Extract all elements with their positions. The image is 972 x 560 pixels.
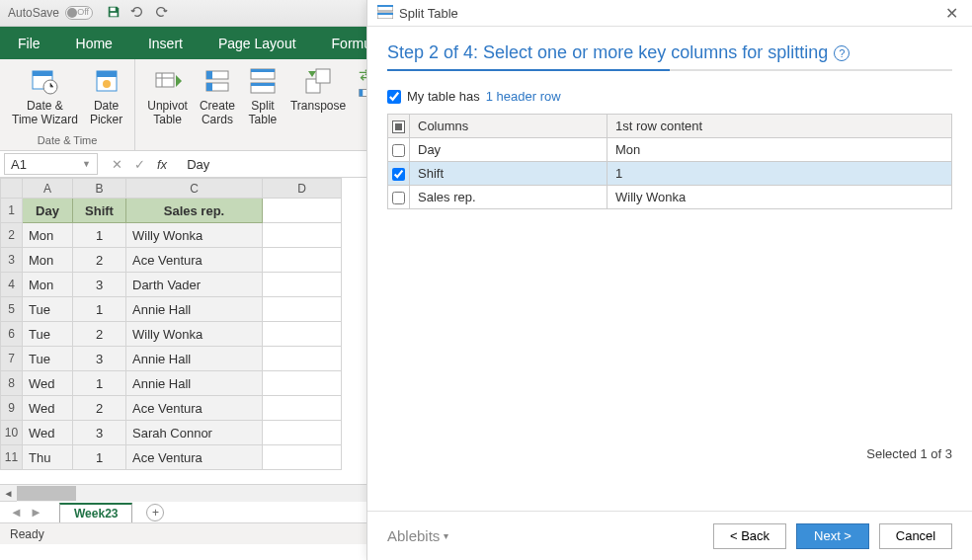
select-all-corner[interactable]	[1, 179, 23, 199]
cell[interactable]: Wed	[23, 396, 73, 421]
cell[interactable]: Darth Vader	[126, 273, 263, 297]
cell[interactable]	[263, 199, 342, 223]
tab-file[interactable]: File	[0, 27, 58, 59]
cell[interactable]: 2	[73, 396, 126, 421]
row-header[interactable]: 4	[1, 273, 23, 297]
select-all-columns[interactable]	[388, 115, 410, 138]
unpivot-table-button[interactable]: Unpivot Table	[141, 63, 194, 129]
cell[interactable]: Willy Wonka	[126, 223, 263, 248]
column-checkbox[interactable]	[392, 168, 405, 181]
row-header[interactable]: 1	[1, 199, 23, 223]
cell[interactable]: Mon	[23, 273, 73, 297]
cell[interactable]: Annie Hall	[126, 371, 263, 396]
help-icon[interactable]: ?	[834, 45, 850, 61]
cell[interactable]: Annie Hall	[126, 297, 263, 322]
back-button[interactable]: < Back	[713, 523, 786, 549]
cell[interactable]: 1	[73, 297, 126, 322]
cell[interactable]: Mon	[23, 223, 73, 248]
cancel-formula-icon[interactable]: ✕	[112, 157, 122, 172]
column-checkbox[interactable]	[392, 192, 405, 204]
cell[interactable]: Tue	[23, 347, 73, 371]
toggle-switch[interactable]: Off	[65, 6, 93, 20]
row-header[interactable]: 11	[1, 445, 23, 470]
cell[interactable]: 3	[73, 421, 126, 445]
header-row-check-input[interactable]	[387, 90, 401, 104]
cell[interactable]	[263, 396, 342, 421]
header-cell[interactable]: Shift	[73, 199, 126, 223]
cell[interactable]: Thu	[23, 445, 73, 470]
cancel-button[interactable]: Cancel	[879, 523, 952, 549]
row-header[interactable]: 7	[1, 347, 23, 371]
transpose-button[interactable]: Transpose	[284, 63, 352, 115]
scroll-left-icon[interactable]: ◄	[0, 485, 17, 502]
col-header[interactable]: D	[263, 179, 342, 199]
next-button[interactable]: Next >	[796, 523, 869, 549]
cell[interactable]	[263, 297, 342, 322]
cell[interactable]: Ace Ventura	[126, 248, 263, 273]
cell[interactable]	[263, 273, 342, 297]
cell[interactable]: 3	[73, 273, 126, 297]
cell[interactable]: 2	[73, 248, 126, 273]
brand-label[interactable]: Ablebits▾	[387, 527, 448, 544]
cell[interactable]: 1	[73, 371, 126, 396]
row-header[interactable]: 8	[1, 371, 23, 396]
redo-icon[interactable]	[154, 5, 168, 22]
row-header[interactable]: 3	[1, 248, 23, 273]
cell[interactable]: Willy Wonka	[126, 322, 263, 347]
tab-next-icon[interactable]: ►	[30, 505, 42, 520]
autosave-toggle[interactable]: AutoSave Off	[8, 6, 93, 20]
row-header[interactable]: 6	[1, 322, 23, 347]
date-picker-button[interactable]: Date Picker	[84, 63, 128, 129]
column-row[interactable]: Sales rep.Willy Wonka	[388, 186, 952, 209]
cell[interactable]: Ace Ventura	[126, 396, 263, 421]
tab-page-layout[interactable]: Page Layout	[201, 27, 314, 59]
column-row[interactable]: Shift1	[388, 162, 952, 186]
fx-icon[interactable]: fx	[157, 157, 167, 172]
cell[interactable]	[263, 371, 342, 396]
chevron-down-icon[interactable]: ▼	[82, 159, 91, 169]
cell[interactable]	[263, 347, 342, 371]
row-header[interactable]: 5	[1, 297, 23, 322]
col-header[interactable]: C	[126, 179, 263, 199]
undo-icon[interactable]	[130, 5, 144, 22]
cell[interactable]: 1	[73, 223, 126, 248]
cell[interactable]	[263, 223, 342, 248]
name-box[interactable]: A1▼	[4, 153, 98, 175]
cell[interactable]	[263, 322, 342, 347]
col-header[interactable]: B	[73, 179, 126, 199]
cell[interactable]: Sarah Connor	[126, 421, 263, 445]
cell[interactable]: 1	[73, 445, 126, 470]
cell[interactable]: Wed	[23, 421, 73, 445]
tab-home[interactable]: Home	[58, 27, 130, 59]
cell[interactable]: Wed	[23, 371, 73, 396]
scrollbar-thumb[interactable]	[17, 486, 76, 501]
cell[interactable]: Mon	[23, 248, 73, 273]
tab-prev-icon[interactable]: ◄	[10, 505, 23, 520]
row-header[interactable]: 10	[1, 421, 23, 445]
add-sheet-button[interactable]: +	[146, 504, 164, 521]
header-cell[interactable]: Sales rep.	[126, 199, 263, 223]
header-row-checkbox[interactable]: My table has 1 header row	[387, 89, 952, 104]
create-cards-button[interactable]: Create Cards	[194, 63, 241, 129]
row-header[interactable]: 9	[1, 396, 23, 421]
accept-formula-icon[interactable]: ✓	[134, 157, 145, 172]
tab-insert[interactable]: Insert	[130, 27, 201, 59]
split-table-button[interactable]: Split Table	[241, 63, 284, 129]
cell[interactable]: Ace Ventura	[126, 445, 263, 470]
cell[interactable]	[263, 248, 342, 273]
column-row[interactable]: DayMon	[388, 138, 952, 162]
cell[interactable]: Annie Hall	[126, 347, 263, 371]
cell[interactable]: 2	[73, 322, 126, 347]
cell[interactable]: Tue	[23, 322, 73, 347]
cell[interactable]: Tue	[23, 297, 73, 322]
date-time-wizard-button[interactable]: Date & Time Wizard	[6, 63, 84, 129]
header-cell[interactable]: Day	[23, 199, 73, 223]
cell[interactable]	[263, 445, 342, 470]
header-row-link[interactable]: 1 header row	[486, 89, 561, 104]
cell[interactable]	[263, 421, 342, 445]
row-header[interactable]: 2	[1, 223, 23, 248]
column-checkbox[interactable]	[392, 144, 405, 157]
col-header[interactable]: A	[23, 179, 73, 199]
save-icon[interactable]	[107, 5, 121, 22]
cell[interactable]: 3	[73, 347, 126, 371]
